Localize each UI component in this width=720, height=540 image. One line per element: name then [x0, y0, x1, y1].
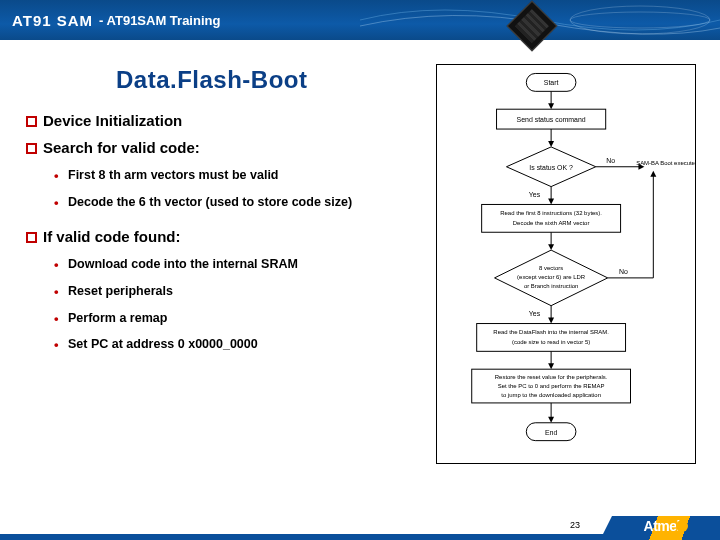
flowchart-column: Start Send status command Is status OK ?… — [418, 56, 720, 500]
flow-step-line: Read the first 8 instructions (32 bytes)… — [500, 210, 602, 216]
bullet-list: Download code into the internal SRAM Res… — [54, 251, 404, 359]
svg-marker-24 — [548, 363, 554, 369]
footer: 23 Atmel — [0, 506, 720, 540]
list-item: Decode the 6 th vector (used to store co… — [54, 189, 404, 216]
chip-graphic — [507, 1, 558, 52]
bullet-list: First 8 th arm vectors must be valid Dec… — [54, 162, 404, 216]
product-logo: AT91 SAM — [12, 12, 93, 29]
flow-label-no: No — [606, 157, 615, 164]
flow-decision-line: (except vector 6) are LDR — [517, 274, 586, 280]
section-heading-text: If valid code found: — [43, 228, 181, 245]
section-heading: Search for valid code: — [26, 139, 404, 156]
list-item: Set PC at address 0 x0000_0000 — [54, 331, 404, 358]
list-item: First 8 th arm vectors must be valid — [54, 162, 404, 189]
flow-step: Send status command — [517, 116, 586, 123]
svg-point-0 — [570, 6, 710, 34]
flow-step-line: (code size to read in vector 5) — [512, 339, 590, 345]
slide-text-column: Data.Flash-Boot Device Initialization Se… — [0, 56, 418, 500]
brand-logo-dot-icon — [676, 520, 688, 532]
svg-point-1 — [570, 12, 710, 28]
svg-marker-7 — [548, 141, 554, 147]
slide-content: Data.Flash-Boot Device Initialization Se… — [0, 56, 720, 500]
svg-marker-27 — [548, 417, 554, 423]
flow-label-yes: Yes — [529, 310, 541, 317]
slide-title: Data.Flash-Boot — [116, 66, 404, 94]
flow-end: End — [545, 429, 557, 436]
list-item: Reset peripherals — [54, 278, 404, 305]
flow-step-line: Restore the reset value for the peripher… — [495, 374, 608, 380]
flow-label-no: No — [619, 268, 628, 275]
svg-marker-4 — [548, 103, 554, 109]
section-heading: Device Initialization — [26, 112, 404, 129]
section-heading-text: Search for valid code: — [43, 139, 200, 156]
page-number: 23 — [570, 520, 580, 530]
header-bar: AT91 SAM - AT91SAM Training — [0, 0, 720, 40]
flow-label-yes: Yes — [529, 191, 541, 198]
flow-decision: Is status OK ? — [529, 164, 573, 171]
square-bullet-icon — [26, 116, 37, 127]
flow-step-line: Set the PC to 0 and perform the REMAP — [498, 383, 605, 389]
section-heading: If valid code found: — [26, 228, 404, 245]
square-bullet-icon — [26, 232, 37, 243]
svg-rect-13 — [482, 204, 621, 232]
flow-decision-line: or Branch instruction — [524, 283, 578, 289]
list-item: Perform a remap — [54, 305, 404, 332]
svg-marker-21 — [548, 318, 554, 324]
svg-marker-19 — [650, 171, 656, 177]
flow-branch-text: SAM-BA Boot executed — [636, 160, 695, 166]
svg-rect-22 — [477, 324, 626, 352]
header-subtitle: - AT91SAM Training — [99, 13, 220, 28]
brand-logo-text: Atmel — [644, 518, 680, 534]
flow-step-line: Decode the sixth ARM vector — [513, 220, 590, 226]
svg-marker-12 — [548, 199, 554, 205]
square-bullet-icon — [26, 143, 37, 154]
flow-step-line: Read the DataFlash into the internal SRA… — [493, 329, 609, 335]
flow-step-line: to jump to the downloaded application — [501, 392, 601, 398]
flow-start: Start — [544, 79, 559, 86]
flowchart-svg: Start Send status command Is status OK ?… — [437, 65, 695, 463]
flowchart-frame: Start Send status command Is status OK ?… — [436, 64, 696, 464]
section-heading-text: Device Initialization — [43, 112, 182, 129]
list-item: Download code into the internal SRAM — [54, 251, 404, 278]
brand-logo: Atmel — [644, 518, 688, 534]
flow-decision-line: 8 vectors — [539, 265, 563, 271]
svg-marker-15 — [548, 244, 554, 250]
